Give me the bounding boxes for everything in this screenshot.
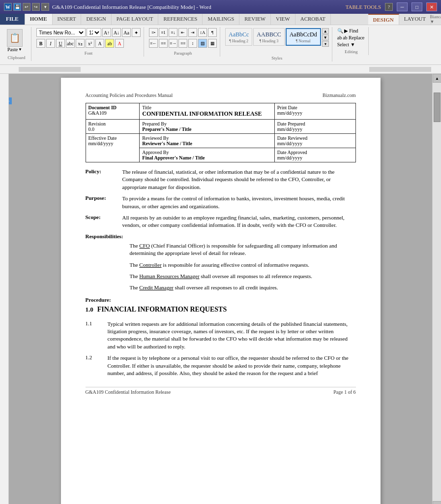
font-color-button[interactable]: A — [115, 39, 124, 48]
clear-format-button[interactable]: ✦ — [132, 28, 141, 37]
paste-button[interactable]: 📋 Paste ▼ — [5, 28, 25, 53]
font-size-select[interactable]: 12 — [87, 28, 101, 37]
heading-number: 1.0 — [86, 306, 93, 314]
procedure-item-1: 1.1 Typical written requests are for add… — [86, 320, 356, 351]
scope-text: All requests by an outsider to an employ… — [122, 214, 356, 229]
find-icon: 🔍 — [337, 28, 343, 33]
find-button[interactable]: 🔍 ▶ Find — [337, 28, 358, 33]
style-heading2-button[interactable]: AaBbCc ¶ Heading 2 — [225, 28, 252, 46]
align-left-button[interactable]: ≡← — [149, 39, 158, 48]
purpose-section: Purpose: To provide a means for the cont… — [86, 195, 356, 210]
date-approved-value: mm/dd/yyyy — [277, 155, 353, 160]
tab-mailings[interactable]: MAILINGS — [203, 14, 239, 25]
tab-layout[interactable]: LAYOUT — [399, 14, 431, 25]
highlight-button[interactable]: ab — [105, 39, 114, 48]
controller-link: Controller — [139, 262, 161, 268]
borders-button[interactable]: ▦ — [208, 39, 217, 48]
strikethrough-button[interactable]: abc — [66, 39, 75, 48]
print-date-cell: Print Date mm/dd/yyyy — [274, 103, 355, 120]
ribbon-content: 📋 Paste ▼ Clipboard Times New Ro... 12 — [0, 25, 441, 64]
styles-more-button[interactable]: ▾ — [322, 41, 329, 47]
paragraph-label: Paragraph — [146, 51, 220, 56]
subscript-button[interactable]: x₂ — [76, 39, 85, 48]
increase-font-button[interactable]: A↑ — [102, 28, 111, 37]
doc-wrapper: + Accounting Policies and Procedures Man… — [13, 78, 428, 504]
policy-section: Policy: The release of financial, statis… — [86, 168, 356, 191]
print-date-value: mm/dd/yyyy — [277, 110, 353, 116]
styles-up-button[interactable]: ▲ — [322, 28, 329, 34]
approved-by-label: Approved By — [142, 150, 272, 155]
prepared-by-value: Preparer's Name / Title — [142, 126, 272, 132]
superscript-button[interactable]: x² — [86, 39, 94, 48]
bullets-button[interactable]: ≡• — [149, 28, 158, 37]
paste-icon: 📋 — [7, 29, 23, 47]
policy-text: The release of financial, statistical, o… — [122, 168, 356, 191]
date-prepared-value: mm/dd/yyyy — [277, 126, 353, 132]
tab-insert[interactable]: INSERT — [53, 14, 82, 25]
scrollbar-thumb[interactable] — [434, 93, 441, 122]
justify-button[interactable]: ≡≡ — [178, 39, 187, 48]
paste-label: Paste — [7, 47, 18, 52]
show-marks-button[interactable]: ¶ — [208, 28, 217, 37]
scroll-down-button[interactable]: ▼ — [433, 501, 441, 504]
item-2-number: 1.2 — [86, 354, 108, 377]
redo-icon[interactable]: ↪ — [32, 3, 40, 11]
hr-manager-link: Human Resources Manager — [139, 273, 199, 279]
tab-home[interactable]: HOME — [25, 14, 53, 25]
add-content-button[interactable]: + — [9, 97, 12, 104]
para-row-2: ≡← ≡≡ ≡→ ≡≡ ↕ ▨ ▦ — [149, 39, 217, 48]
change-case-button[interactable]: Aa — [122, 28, 131, 37]
select-button[interactable]: Select ▼ — [337, 42, 355, 47]
title-label: Title — [142, 105, 272, 110]
procedure-heading-row: 1.0 FINANCIAL INFORMATION REQUESTS — [86, 306, 356, 316]
user-name[interactable]: Bianca ▼ — [431, 14, 441, 25]
text-effects-button[interactable]: A — [95, 39, 104, 48]
minimize-button[interactable]: ─ — [397, 2, 408, 11]
numbering-button[interactable]: ≡1 — [159, 28, 168, 37]
tab-design[interactable]: DESIGN — [81, 14, 111, 25]
shading-button[interactable]: ▨ — [198, 39, 207, 48]
table-row: Document ID G&A109 Title CONFIDENTIAL IN… — [86, 103, 355, 120]
tab-page-layout[interactable]: PAGE LAYOUT — [112, 14, 159, 25]
tab-view[interactable]: VIEW — [271, 14, 295, 25]
underline-button[interactable]: U — [56, 39, 65, 48]
approved-by-cell: Approved By Final Approver's Name / Titl… — [140, 148, 275, 162]
tab-table-design[interactable]: DESIGN — [368, 14, 399, 25]
document-info-table: Document ID G&A109 Title CONFIDENTIAL IN… — [86, 103, 356, 162]
more-icon[interactable]: ▾ — [41, 3, 49, 11]
reviewed-by-label: Reviewed By — [142, 135, 272, 141]
close-button[interactable]: ✕ — [426, 2, 437, 11]
font-family-select[interactable]: Times New Ro... — [36, 28, 86, 37]
undo-icon[interactable]: ↩ — [23, 3, 30, 11]
increase-indent-button[interactable]: ⇥ — [188, 28, 197, 37]
policy-label: Policy: — [86, 168, 122, 191]
scroll-up-button[interactable]: ▲ — [433, 74, 441, 83]
tab-references[interactable]: REFERENCES — [158, 14, 203, 25]
style-heading3-button[interactable]: AABBCC ¶ Heading 3 — [253, 28, 284, 46]
align-right-button[interactable]: ≡→ — [169, 39, 177, 48]
style-normal-button[interactable]: AaBbCcDd ¶ Normal — [286, 28, 321, 46]
title-bar-icons: W 💾 ↩ ↪ ▾ — [4, 3, 49, 11]
replace-button[interactable]: ab ab Replace — [337, 35, 365, 40]
doc-id-value: G&A109 — [88, 110, 137, 116]
credit-manager-link: Credit Manager — [139, 284, 173, 290]
bold-button[interactable]: B — [36, 39, 45, 48]
italic-button[interactable]: I — [46, 39, 55, 48]
multilevel-button[interactable]: ≡↓ — [169, 28, 177, 37]
tab-review[interactable]: REVIEW — [239, 14, 271, 25]
ruler — [0, 65, 441, 74]
sort-button[interactable]: ↕A — [198, 28, 207, 37]
decrease-font-button[interactable]: A↓ — [112, 28, 121, 37]
restore-button[interactable]: □ — [412, 2, 422, 11]
effective-date-value: mm/dd/yyyy — [88, 141, 137, 146]
save-icon[interactable]: 💾 — [13, 3, 21, 11]
align-center-button[interactable]: ≡≡ — [159, 39, 168, 48]
line-spacing-button[interactable]: ↕ — [188, 39, 197, 48]
tab-file[interactable]: FILE — [0, 14, 25, 25]
decrease-indent-button[interactable]: ⇤ — [178, 28, 187, 37]
styles-down-button[interactable]: ▼ — [322, 34, 329, 40]
scrollbar-track — [433, 83, 441, 501]
help-icon[interactable]: ? — [385, 3, 393, 11]
tab-acrobat[interactable]: ACROBAT — [295, 14, 331, 25]
title-value: CONFIDENTIAL INFORMATION RELEASE — [142, 110, 272, 118]
